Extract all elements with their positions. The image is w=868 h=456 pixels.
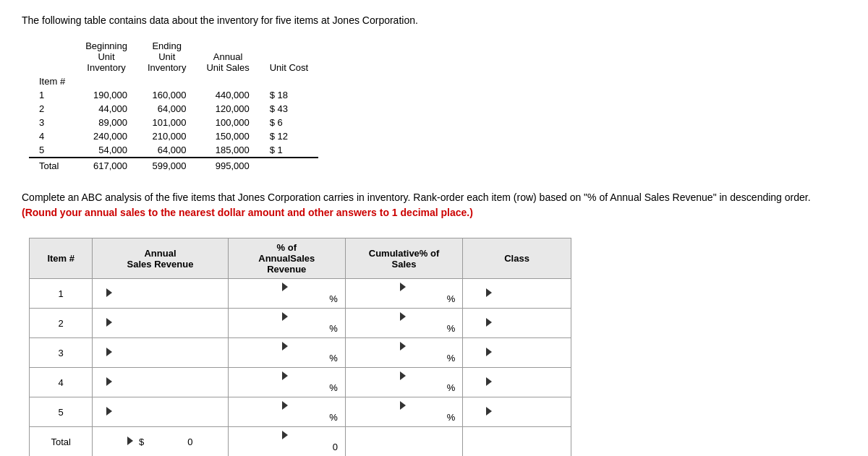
annual-unit-sales: 440,000 bbox=[196, 88, 259, 102]
abc-class-cell[interactable] bbox=[463, 338, 571, 368]
pct-input[interactable] bbox=[284, 382, 328, 393]
annual-unit-sales: 100,000 bbox=[196, 116, 259, 129]
abc-pct-cell[interactable]: % bbox=[228, 279, 345, 309]
abc-annual-sales[interactable] bbox=[93, 309, 228, 338]
percent-symbol: % bbox=[447, 382, 456, 393]
instructions-bold: (Round your annual sales to the nearest … bbox=[22, 207, 473, 218]
unit-cost: $ 12 bbox=[260, 129, 318, 143]
annual-sales-input[interactable] bbox=[118, 377, 214, 388]
cum-input[interactable] bbox=[402, 323, 446, 334]
total-label: Total bbox=[29, 158, 75, 173]
col-header-cost: Unit Cost bbox=[260, 39, 318, 74]
ending-inventory: 64,000 bbox=[137, 143, 196, 158]
abc-item-number: 1 bbox=[30, 279, 93, 309]
triangle-icon bbox=[282, 401, 288, 410]
total-annual: 995,000 bbox=[196, 158, 259, 173]
ending-inventory: 64,000 bbox=[137, 102, 196, 116]
abc-cum-cell[interactable]: % bbox=[345, 368, 462, 397]
abc-total-class bbox=[463, 427, 571, 457]
class-input[interactable] bbox=[497, 318, 548, 329]
abc-annual-sales[interactable] bbox=[93, 397, 228, 427]
abc-cum-cell[interactable]: % bbox=[345, 279, 462, 309]
inventory-row: 3 89,000 101,000 100,000 $ 6 bbox=[29, 116, 318, 129]
abc-cum-cell[interactable]: % bbox=[345, 309, 462, 338]
abc-cum-cell[interactable]: % bbox=[345, 397, 462, 427]
triangle-icon bbox=[486, 407, 492, 416]
item-number: 5 bbox=[29, 143, 75, 158]
inventory-total-row: Total 617,000 599,000 995,000 bbox=[29, 158, 318, 173]
annual-sales-input[interactable] bbox=[118, 318, 214, 329]
triangle-icon bbox=[282, 431, 288, 439]
item-number: 1 bbox=[29, 88, 75, 102]
pct-input[interactable] bbox=[284, 323, 328, 334]
instructions: Complete an ABC analysis of the five ite… bbox=[22, 190, 817, 220]
triangle-icon bbox=[106, 377, 112, 386]
total-annual-input[interactable] bbox=[150, 436, 193, 447]
class-input[interactable] bbox=[497, 288, 548, 299]
abc-total-pct[interactable] bbox=[228, 427, 345, 457]
percent-symbol: % bbox=[447, 323, 456, 334]
abc-total-cum bbox=[345, 427, 462, 457]
percent-symbol: % bbox=[329, 353, 338, 363]
triangle-icon bbox=[486, 377, 492, 386]
annual-sales-input[interactable] bbox=[118, 348, 214, 358]
cum-input[interactable] bbox=[402, 353, 446, 363]
abc-class-cell[interactable] bbox=[463, 309, 571, 338]
beginning-inventory: 190,000 bbox=[75, 88, 137, 102]
beginning-inventory: 89,000 bbox=[75, 116, 137, 129]
abc-pct-cell[interactable]: % bbox=[228, 309, 345, 338]
ending-inventory: 210,000 bbox=[137, 129, 196, 143]
triangle-icon bbox=[127, 436, 133, 445]
total-ending: 599,000 bbox=[137, 158, 196, 173]
inventory-row: 4 240,000 210,000 150,000 $ 12 bbox=[29, 129, 318, 143]
abc-data-row: 5 % % bbox=[30, 397, 571, 427]
triangle-icon bbox=[400, 312, 406, 321]
abc-total-row: Total $ bbox=[30, 427, 571, 457]
abc-table: Item # AnnualSales Revenue % ofAnnualSal… bbox=[29, 238, 571, 456]
cum-input[interactable] bbox=[402, 293, 446, 304]
annual-sales-input[interactable] bbox=[118, 288, 214, 299]
col-header-annual: AnnualUnit Sales bbox=[196, 39, 259, 74]
pct-input[interactable] bbox=[284, 353, 328, 363]
abc-annual-sales[interactable] bbox=[93, 338, 228, 368]
beginning-inventory: 44,000 bbox=[75, 102, 137, 116]
abc-pct-cell[interactable]: % bbox=[228, 368, 345, 397]
ending-inventory: 101,000 bbox=[137, 116, 196, 129]
unit-cost: $ 1 bbox=[260, 143, 318, 158]
abc-cum-cell[interactable]: % bbox=[345, 338, 462, 368]
class-input[interactable] bbox=[497, 377, 548, 388]
abc-class-cell[interactable] bbox=[463, 368, 571, 397]
abc-data-row: 3 % % bbox=[30, 338, 571, 368]
instructions-plain: Complete an ABC analysis of the five ite… bbox=[22, 192, 811, 203]
cum-input[interactable] bbox=[402, 412, 446, 423]
abc-total-annual[interactable]: $ bbox=[93, 427, 228, 457]
cum-input[interactable] bbox=[402, 382, 446, 393]
item-number: 3 bbox=[29, 116, 75, 129]
annual-sales-input[interactable] bbox=[118, 407, 214, 418]
abc-class-cell[interactable] bbox=[463, 279, 571, 309]
abc-total-label: Total bbox=[30, 427, 93, 457]
triangle-icon bbox=[282, 342, 288, 350]
abc-header-class: Class bbox=[463, 238, 571, 279]
pct-input[interactable] bbox=[284, 412, 328, 423]
abc-annual-sales[interactable] bbox=[93, 368, 228, 397]
abc-annual-sales[interactable] bbox=[93, 279, 228, 309]
abc-item-number: 3 bbox=[30, 338, 93, 368]
item-number: 2 bbox=[29, 102, 75, 116]
abc-item-number: 4 bbox=[30, 368, 93, 397]
class-input[interactable] bbox=[497, 348, 548, 358]
triangle-icon bbox=[400, 371, 406, 380]
abc-pct-cell[interactable]: % bbox=[228, 338, 345, 368]
col-header-item bbox=[29, 39, 75, 74]
triangle-icon bbox=[400, 401, 406, 410]
total-pct-input[interactable] bbox=[302, 442, 338, 452]
abc-class-cell[interactable] bbox=[463, 397, 571, 427]
pct-input[interactable] bbox=[284, 293, 328, 304]
percent-symbol: % bbox=[329, 323, 338, 334]
class-input[interactable] bbox=[497, 407, 548, 418]
triangle-icon bbox=[486, 288, 492, 297]
triangle-icon bbox=[282, 312, 288, 321]
abc-header-annual: AnnualSales Revenue bbox=[93, 238, 228, 279]
abc-pct-cell[interactable]: % bbox=[228, 397, 345, 427]
annual-unit-sales: 150,000 bbox=[196, 129, 259, 143]
